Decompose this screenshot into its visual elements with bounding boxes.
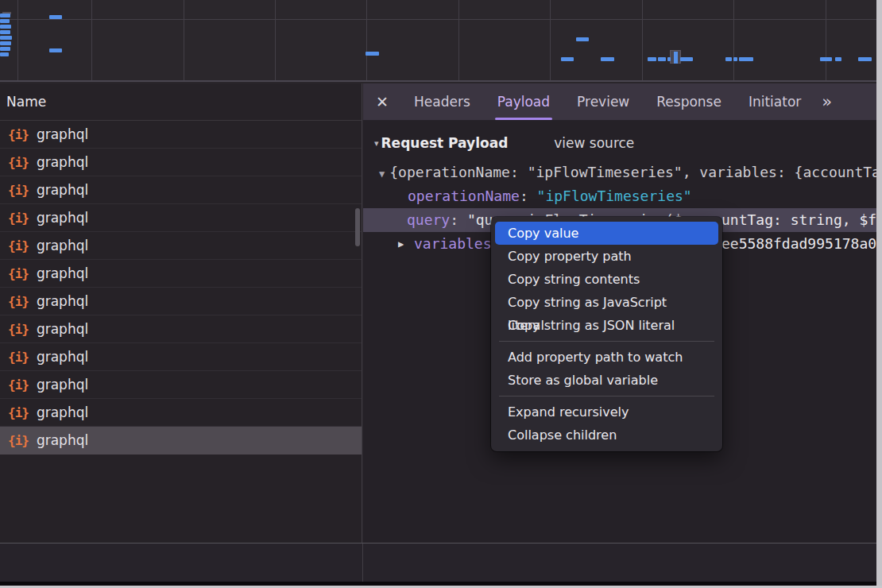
panel-divider[interactable] [362,544,363,582]
timeline-request-bar [561,57,574,61]
request-name-label: graphql [37,349,88,365]
network-overview-timeline[interactable] [0,0,876,82]
timeline-request-bar [601,57,614,61]
request-name-label: graphql [37,377,88,393]
tree-root-line[interactable]: ▼{operationName: "ipFlowTimeseries", var… [363,161,876,184]
request-row[interactable]: {i}graphql [0,315,362,343]
overview-gridline [550,0,551,80]
property-value-right: ee5588fdad995178a0 [721,232,876,256]
json-braces-icon: {i} [8,183,29,198]
overview-gridline [184,0,184,80]
expanded-triangle-icon[interactable]: ▼ [379,168,385,180]
view-source-link[interactable]: view source [554,135,634,151]
timeline-request-bar [0,19,10,23]
request-row[interactable]: {i}graphql [0,121,362,149]
overview-marker-bar [674,52,678,64]
property-key: query [407,211,450,228]
timeline-request-bar [0,41,11,45]
request-row[interactable]: {i}graphql [0,232,362,260]
timeline-request-bar [658,57,666,61]
timeline-request-bar [725,57,732,61]
request-row[interactable]: {i}graphql [0,371,362,399]
timeline-request-bar [667,57,671,61]
request-row[interactable]: {i}graphql [0,288,362,315]
property-key: variables [414,235,492,252]
request-name-label: graphql [37,293,88,309]
devtools-window: Name {i}graphql{i}graphql{i}graphql{i}gr… [0,0,882,588]
menu-item-copy-string-as-javascript-literal[interactable]: Copy string as JavaScript literal [495,291,718,314]
json-braces-icon: {i} [8,433,29,448]
request-name-label: graphql [37,126,88,142]
request-row[interactable]: {i}graphql [0,176,362,204]
more-tabs-icon[interactable]: » [822,92,830,111]
request-payload-section-header[interactable]: ▾ Request Payload view source [363,130,876,156]
name-column-header[interactable]: Name [0,83,362,121]
menu-item-store-as-global-variable[interactable]: Store as global variable [495,369,718,392]
request-row[interactable]: {i}graphql [0,427,362,455]
overview-gridline [366,0,367,80]
timeline-request-bar [648,57,656,61]
request-name-label: graphql [37,321,88,337]
tab-response[interactable]: Response [656,83,721,120]
property-value: "ipFlowTimeseries" [537,188,692,204]
inspector-tabs: HeadersPayloadPreviewResponseInitiator [414,83,801,120]
request-name-label: graphql [37,432,88,448]
request-row[interactable]: {i}graphql [0,260,362,288]
request-row[interactable]: {i}graphql [0,343,362,371]
collapsed-triangle-icon[interactable]: ▶ [398,232,404,256]
timeline-request-bar [733,57,737,61]
menu-item-copy-string-contents[interactable]: Copy string contents [495,268,718,291]
property-value-right: untTag: string, $f [721,208,876,232]
section-collapse-icon[interactable]: ▾ [374,138,379,149]
json-braces-icon: {i} [8,211,29,226]
request-rows: {i}graphql{i}graphql{i}graphql{i}graphql… [0,121,362,455]
request-name-label: graphql [37,210,88,226]
timeline-request-bar [739,57,753,61]
timeline-request-bar [0,52,9,56]
timeline-request-bar [366,52,379,56]
timeline-request-bar [0,14,10,17]
json-braces-icon: {i} [8,322,29,337]
timeline-request-bar [576,37,589,41]
tab-preview[interactable]: Preview [577,83,629,120]
timeline-request-bar [49,15,62,19]
property-key: operationName [408,188,520,204]
tab-initiator[interactable]: Initiator [749,83,801,120]
timeline-request-bar [858,57,872,61]
request-name-label: graphql [37,182,88,198]
overview-gridline-horizontal [0,19,876,20]
menu-item-copy-string-as-json-literal[interactable]: Copy string as JSON literal [495,314,718,337]
tab-payload[interactable]: Payload [497,83,550,120]
overview-gridline [91,0,92,80]
tree-line-operation-name[interactable]: operationName: "ipFlowTimeseries" [363,184,876,208]
menu-item-copy-property-path[interactable]: Copy property path [495,245,718,268]
json-braces-icon: {i} [8,266,29,281]
menu-item-expand-recursively[interactable]: Expand recursively [495,400,718,424]
request-row[interactable]: {i}graphql [0,204,362,232]
tab-headers[interactable]: Headers [414,83,470,120]
overview-gridline [458,0,459,80]
timeline-request-bar [0,47,10,51]
json-braces-icon: {i} [8,155,29,170]
json-braces-icon: {i} [8,238,29,253]
timeline-request-bar [820,57,832,61]
timeline-request-bar [835,57,841,61]
request-name-label: graphql [37,238,88,253]
request-row[interactable]: {i}graphql [0,399,362,427]
menu-separator [499,396,714,397]
timeline-request-bar [49,48,62,52]
timeline-request-bar [680,57,693,61]
close-icon[interactable]: ✕ [376,93,392,110]
section-title: Request Payload [381,135,509,151]
menu-separator [499,341,714,342]
json-braces-icon: {i} [8,405,29,420]
menu-item-copy-value[interactable]: Copy value [495,222,718,245]
request-row[interactable]: {i}graphql [0,149,362,176]
json-braces-icon: {i} [8,294,29,309]
scrollbar-thumb[interactable] [355,208,360,246]
menu-item-collapse-children[interactable]: Collapse children [495,424,718,447]
timeline-request-bar [0,30,10,34]
menu-item-add-property-path-to-watch[interactable]: Add property path to watch [495,346,718,369]
network-request-list-panel: Name {i}graphql{i}graphql{i}graphql{i}gr… [0,83,362,582]
overview-gridline [17,0,18,80]
